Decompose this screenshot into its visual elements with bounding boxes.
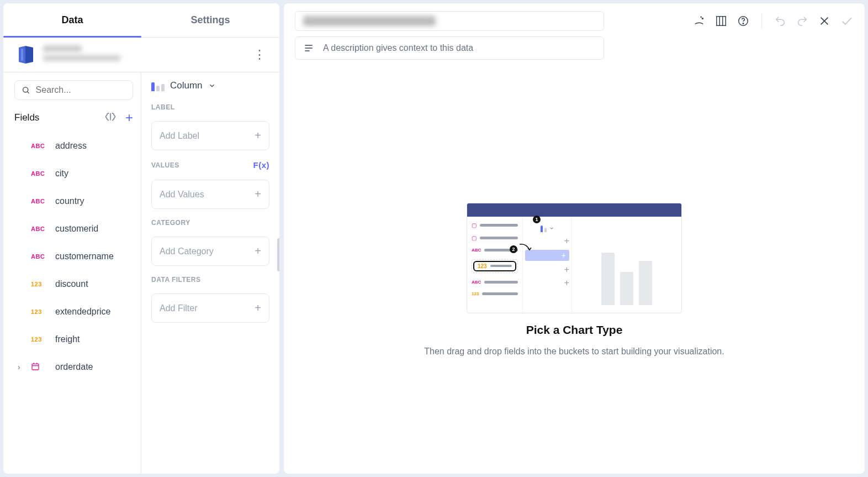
field-name: country [55, 196, 84, 206]
empty-state: ▢ ▢ ABC 123 ABC 123 1 + 2 [295, 71, 854, 466]
search-icon [22, 85, 30, 95]
field-list: ABCaddress ABCcity ABCcountry ABCcustome… [14, 133, 133, 380]
field-name: customername [55, 251, 114, 261]
empty-title: Pick a Chart Type [526, 323, 623, 337]
field-name: customerid [55, 224, 98, 234]
grid-icon[interactable] [715, 15, 727, 27]
field-item[interactable]: 123freight [14, 327, 133, 352]
fields-column: Fields + ABCaddress ABCcity ABCcountry A… [3, 72, 141, 474]
svg-point-8 [701, 17, 701, 17]
plus-icon: + [255, 129, 261, 142]
svg-rect-9 [717, 17, 726, 26]
fx-button[interactable]: F(x) [253, 160, 270, 170]
tab-settings[interactable]: Settings [141, 3, 279, 37]
svg-point-7 [702, 18, 703, 19]
datasource-icon [17, 45, 35, 64]
type-badge-date [31, 362, 47, 372]
field-name: discount [55, 279, 88, 289]
plus-icon: + [255, 245, 261, 258]
field-name: address [55, 141, 87, 151]
chart-type-label: Column [170, 80, 203, 91]
bucket-label[interactable]: Add Label+ [151, 121, 269, 150]
toolbar [295, 11, 854, 31]
left-panel: Data Settings ⋮ Fields [3, 3, 279, 474]
field-item[interactable]: ABCcity [14, 161, 133, 186]
type-badge-abc: ABC [31, 198, 47, 205]
dataset-header: ⋮ [3, 38, 279, 72]
plus-icon: + [255, 188, 261, 201]
field-item[interactable]: ABCcountry [14, 188, 133, 214]
help-icon[interactable] [737, 15, 749, 27]
svg-point-13 [743, 23, 743, 24]
dataset-more-icon[interactable]: ⋮ [253, 48, 266, 61]
plus-icon: + [255, 302, 261, 314]
search-input[interactable] [36, 85, 126, 95]
magic-icon[interactable] [693, 15, 705, 27]
close-icon[interactable] [818, 15, 830, 27]
viz-title-input[interactable] [295, 11, 604, 31]
confirm-icon[interactable] [840, 14, 854, 28]
build-column: Column LABEL Add Label+ VALUESF(x) Add V… [141, 72, 279, 474]
field-name: city [55, 169, 68, 179]
field-item[interactable]: ABCcustomername [14, 244, 133, 269]
field-item[interactable]: ›orderdate [14, 354, 133, 380]
search-input-wrap[interactable] [14, 80, 133, 100]
field-item[interactable]: ABCaddress [14, 133, 133, 159]
paragraph-icon [303, 43, 314, 54]
svg-point-0 [23, 87, 28, 92]
values-section-heading: VALUES [151, 161, 179, 169]
field-item[interactable]: ABCcustomerid [14, 216, 133, 242]
type-badge-abc: ABC [31, 143, 47, 149]
field-name: freight [55, 334, 80, 344]
svg-line-1 [28, 92, 29, 93]
scrollbar[interactable] [277, 238, 279, 271]
type-badge-num: 123 [31, 336, 47, 343]
description-placeholder: A description gives context to this data [323, 43, 473, 53]
brain-icon[interactable] [104, 112, 117, 124]
description-input[interactable]: A description gives context to this data [295, 36, 604, 60]
chevron-down-icon [208, 82, 216, 90]
chart-type-picker[interactable]: Column [151, 80, 269, 91]
filters-section-heading: DATA FILTERS [151, 276, 269, 284]
field-name: orderdate [55, 362, 93, 372]
type-badge-num: 123 [31, 308, 47, 315]
type-badge-abc: ABC [31, 253, 47, 260]
type-badge-abc: ABC [31, 226, 47, 232]
bucket-filters[interactable]: Add Filter+ [151, 293, 269, 323]
bucket-values[interactable]: Add Values+ [151, 180, 269, 209]
category-section-heading: CATEGORY [151, 219, 269, 227]
app-root: Data Settings ⋮ Fields [0, 0, 868, 477]
add-field-icon[interactable]: + [125, 110, 133, 125]
svg-rect-3 [32, 364, 39, 370]
field-item[interactable]: 123discount [14, 271, 133, 297]
empty-subtitle: Then drag and drop fields into the bucke… [424, 347, 724, 357]
type-badge-abc: ABC [31, 170, 47, 177]
field-item[interactable]: 123extendedprice [14, 299, 133, 324]
illustration: ▢ ▢ ABC 123 ABC 123 1 + 2 [467, 203, 682, 313]
fields-heading: Fields [14, 112, 39, 123]
tab-data[interactable]: Data [3, 3, 141, 37]
label-section-heading: LABEL [151, 103, 269, 111]
redo-icon[interactable] [796, 15, 808, 27]
type-badge-num: 123 [31, 281, 47, 287]
panel-tabs: Data Settings [3, 3, 279, 38]
right-panel: A description gives context to this data… [284, 3, 865, 474]
bucket-category[interactable]: Add Category+ [151, 237, 269, 266]
field-name: extendedprice [55, 307, 111, 317]
undo-icon[interactable] [774, 15, 786, 27]
